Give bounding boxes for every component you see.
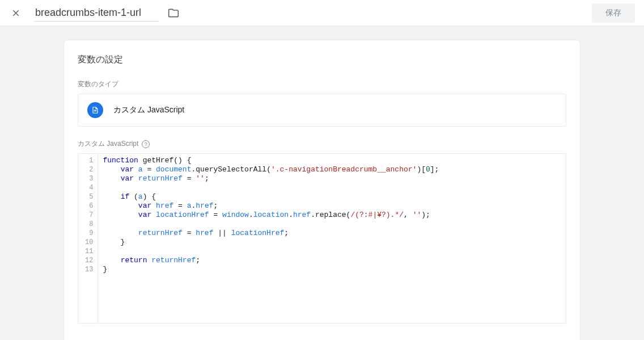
close-icon[interactable] [9, 6, 23, 20]
help-icon[interactable]: ? [142, 140, 150, 148]
code-label-text: カスタム JavaScript [78, 139, 138, 149]
code-area[interactable]: function getHref() { var a = document.qu… [98, 154, 443, 323]
variable-type-selector[interactable]: カスタム JavaScript [78, 94, 566, 127]
save-button[interactable]: 保存 [592, 3, 635, 23]
topbar: 保存 [0, 0, 644, 26]
variable-type-label: 変数のタイプ [78, 79, 566, 89]
variable-name-input[interactable] [34, 5, 159, 22]
code-gutter: 12345678910111213 [78, 154, 98, 323]
variable-type-value: カスタム JavaScript [113, 105, 184, 115]
card-title: 変数の設定 [78, 54, 566, 66]
variable-config-card: 変数の設定 変数のタイプ カスタム JavaScript カスタム JavaSc… [63, 40, 581, 340]
code-editor[interactable]: 12345678910111213 function getHref() { v… [78, 153, 566, 324]
content: 変数の設定 変数のタイプ カスタム JavaScript カスタム JavaSc… [0, 26, 644, 340]
code-label: カスタム JavaScript ? [78, 139, 566, 149]
folder-icon[interactable] [168, 7, 179, 19]
document-icon [87, 102, 103, 118]
